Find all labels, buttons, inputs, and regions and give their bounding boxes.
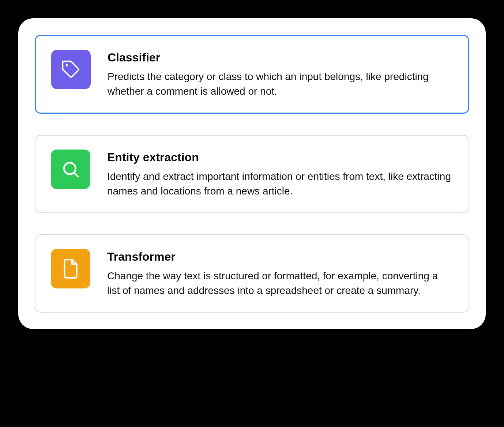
card-title: Transformer [107,250,453,264]
card-content: Entity extraction Identify and extract i… [107,150,453,199]
card-description: Predicts the category or class to which … [108,69,453,99]
svg-line-2 [74,173,78,177]
option-card-entity-extraction[interactable]: Entity extraction Identify and extract i… [35,135,469,213]
option-panel: Classifier Predicts the category or clas… [18,18,486,329]
svg-point-0 [66,64,68,67]
card-description: Change the way text is structured or for… [107,269,453,298]
card-title: Entity extraction [107,150,453,164]
card-description: Identify and extract important informati… [107,169,453,199]
file-icon [51,249,90,288]
card-content: Classifier Predicts the category or clas… [108,50,453,99]
tag-icon [51,50,91,89]
card-content: Transformer Change the way text is struc… [107,249,453,298]
option-card-classifier[interactable]: Classifier Predicts the category or clas… [35,35,469,114]
option-card-transformer[interactable]: Transformer Change the way text is struc… [35,234,469,313]
card-title: Classifier [108,50,453,64]
search-icon [51,150,90,189]
